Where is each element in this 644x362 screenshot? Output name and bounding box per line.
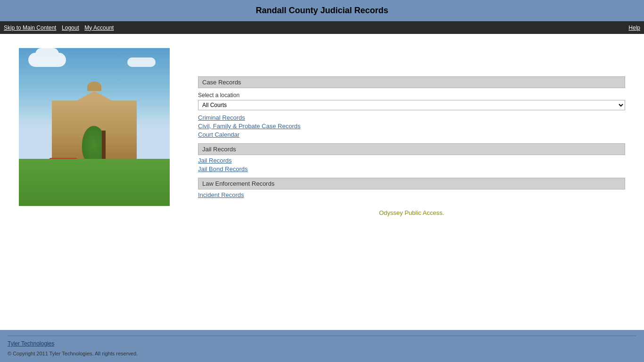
clouds-decoration (28, 53, 66, 67)
location-select[interactable]: All Courts (198, 100, 625, 110)
courthouse-image (19, 48, 170, 206)
my-account-link[interactable]: My Account (84, 25, 114, 31)
page-header: Randall County Judicial Records (0, 0, 644, 21)
civil-records-link[interactable]: Civil, Family & Probate Case Records (198, 123, 625, 130)
page-title: Randall County Judicial Records (0, 6, 644, 16)
jail-records-heading: Jail Records (198, 143, 625, 155)
odyssey-text: Odyssey Public Access. (198, 209, 625, 216)
logout-link[interactable]: Logout (62, 25, 79, 31)
jail-bond-records-link[interactable]: Jail Bond Records (198, 165, 625, 173)
court-calendar-link[interactable]: Court Calendar (198, 131, 625, 138)
footer-copyright: © Copyright 2011 Tyler Technologies. All… (8, 351, 636, 356)
incident-records-link[interactable]: Incident Records (198, 191, 625, 198)
tyler-technologies-link[interactable]: Tyler Technologies (8, 340, 54, 347)
footer-divider (8, 336, 636, 336)
law-enforcement-heading: Law Enforcement Records (198, 178, 625, 189)
main-content: Case Records Select a location All Court… (0, 34, 644, 330)
records-section: Case Records Select a location All Court… (198, 48, 625, 216)
help-link[interactable]: Help (628, 25, 640, 31)
jail-records-link[interactable]: Jail Records (198, 157, 625, 164)
navbar-right: Help (628, 24, 640, 31)
building-dome (87, 82, 101, 91)
navbar-left: Skip to Main Content Logout My Account (4, 24, 114, 31)
page-footer: Tyler Technologies © Copyright 2011 Tyle… (0, 330, 644, 362)
navbar: Skip to Main Content Logout My Account H… (0, 21, 644, 34)
criminal-records-link[interactable]: Criminal Records (198, 114, 625, 121)
skip-to-main-link[interactable]: Skip to Main Content (4, 25, 56, 31)
location-label: Select a location (198, 92, 625, 99)
case-records-heading: Case Records (198, 76, 625, 88)
clouds-decoration-2 (127, 58, 156, 67)
grass-background (19, 159, 170, 206)
